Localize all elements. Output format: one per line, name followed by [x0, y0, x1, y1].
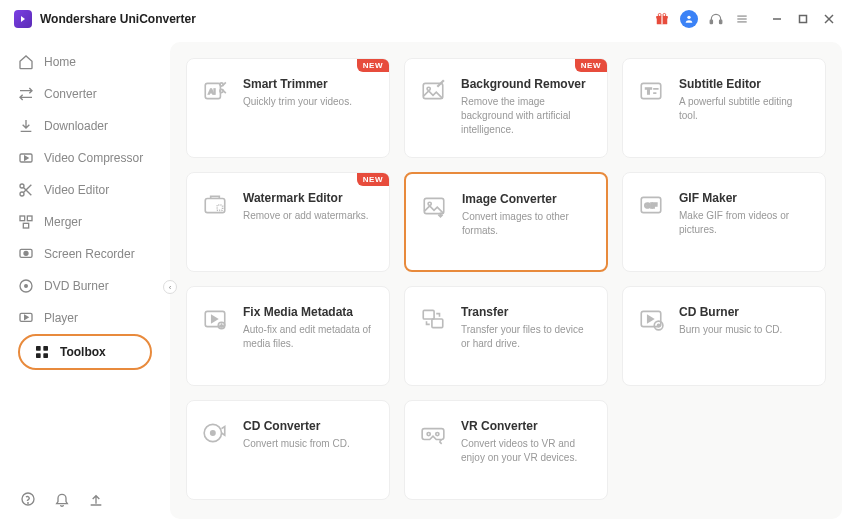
- upload-icon[interactable]: [88, 491, 104, 507]
- sidebar-item-label: Home: [44, 55, 76, 69]
- card-title: Background Remover: [461, 77, 593, 91]
- subtitle-editor-icon: T: [637, 77, 665, 105]
- home-icon: [18, 54, 34, 70]
- svg-rect-7: [720, 20, 722, 24]
- help-icon[interactable]: [20, 491, 36, 507]
- sidebar: Home Converter Downloader Video Compress…: [0, 38, 170, 527]
- sidebar-item-compressor[interactable]: Video Compressor: [0, 142, 170, 174]
- metadata-icon: [201, 305, 229, 333]
- close-button[interactable]: [822, 12, 836, 26]
- new-badge: NEW: [357, 173, 389, 186]
- card-title: CD Burner: [679, 305, 782, 319]
- titlebar: Wondershare UniConverter: [0, 0, 850, 38]
- new-badge: NEW: [575, 59, 607, 72]
- card-title: Watermark Editor: [243, 191, 369, 205]
- svg-text:AI: AI: [209, 87, 216, 96]
- svg-point-64: [427, 432, 430, 435]
- card-transfer[interactable]: Transfer Transfer your files to device o…: [404, 286, 608, 386]
- cd-burner-icon: [637, 305, 665, 333]
- card-background-remover[interactable]: NEW Background Remover Remove the image …: [404, 58, 608, 158]
- svg-text:GIF: GIF: [645, 201, 658, 210]
- gift-icon[interactable]: [654, 11, 670, 27]
- sidebar-collapse-button[interactable]: ‹: [163, 280, 177, 294]
- titlebar-actions: [654, 10, 836, 28]
- card-title: Smart Trimmer: [243, 77, 352, 91]
- sidebar-item-label: Converter: [44, 87, 97, 101]
- card-desc: Auto-fix and edit metadata of media file…: [243, 323, 375, 351]
- card-desc: Burn your music to CD.: [679, 323, 782, 337]
- card-title: GIF Maker: [679, 191, 811, 205]
- card-title: Image Converter: [462, 192, 592, 206]
- svg-rect-31: [43, 353, 48, 358]
- card-gif-maker[interactable]: GIF GIF Maker Make GIF from videos or pi…: [622, 172, 826, 272]
- svg-point-63: [211, 431, 215, 435]
- svg-point-61: [658, 324, 660, 326]
- card-desc: Make GIF from videos or pictures.: [679, 209, 811, 237]
- card-subtitle-editor[interactable]: T Subtitle Editor A powerful subtitle ed…: [622, 58, 826, 158]
- sidebar-item-recorder[interactable]: Screen Recorder: [0, 238, 170, 270]
- sidebar-item-label: Player: [44, 311, 78, 325]
- card-desc: Quickly trim your videos.: [243, 95, 352, 109]
- svg-point-33: [28, 503, 29, 504]
- card-desc: Convert music from CD.: [243, 437, 350, 451]
- vr-converter-icon: [419, 419, 447, 447]
- card-desc: A powerful subtitle editing tool.: [679, 95, 811, 123]
- svg-rect-48: [217, 205, 222, 210]
- card-desc: Remove the image background with artific…: [461, 95, 593, 137]
- card-cd-converter[interactable]: CD Converter Convert music from CD.: [186, 400, 390, 500]
- sidebar-item-home[interactable]: Home: [0, 46, 170, 78]
- svg-rect-29: [43, 346, 48, 351]
- sidebar-item-label: Merger: [44, 215, 82, 229]
- menu-icon[interactable]: [734, 11, 750, 27]
- card-title: Subtitle Editor: [679, 77, 811, 91]
- content-area: NEW AI Smart Trimmer Quickly trim your v…: [170, 42, 842, 519]
- merger-icon: [18, 214, 34, 230]
- card-desc: Remove or add watermarks.: [243, 209, 369, 223]
- sidebar-item-toolbox[interactable]: Toolbox: [18, 334, 152, 370]
- bell-icon[interactable]: [54, 491, 70, 507]
- card-title: Transfer: [461, 305, 593, 319]
- svg-point-26: [25, 285, 28, 288]
- sidebar-item-dvd[interactable]: DVD Burner: [0, 270, 170, 302]
- svg-rect-21: [27, 216, 32, 221]
- sidebar-item-player[interactable]: Player: [0, 302, 170, 334]
- background-remover-icon: [419, 77, 447, 105]
- card-vr-converter[interactable]: VR Converter Convert videos to VR and en…: [404, 400, 608, 500]
- svg-point-24: [24, 251, 28, 255]
- sidebar-bottom: [0, 479, 170, 519]
- window-controls: [770, 12, 836, 26]
- minimize-button[interactable]: [770, 12, 784, 26]
- card-watermark-editor[interactable]: NEW Watermark Editor Remove or add water…: [186, 172, 390, 272]
- image-converter-icon: [420, 192, 448, 220]
- card-cd-burner[interactable]: CD Burner Burn your music to CD.: [622, 286, 826, 386]
- card-image-converter[interactable]: Image Converter Convert images to other …: [404, 172, 608, 272]
- svg-point-17: [20, 192, 24, 196]
- svg-point-16: [20, 184, 24, 188]
- sidebar-item-editor[interactable]: Video Editor: [0, 174, 170, 206]
- card-smart-trimmer[interactable]: NEW AI Smart Trimmer Quickly trim your v…: [186, 58, 390, 158]
- converter-icon: [18, 86, 34, 102]
- scissors-icon: [18, 182, 34, 198]
- sidebar-item-label: Downloader: [44, 119, 108, 133]
- svg-text:T: T: [646, 85, 652, 96]
- user-avatar-icon[interactable]: [680, 10, 698, 28]
- headset-icon[interactable]: [708, 11, 724, 27]
- svg-point-5: [687, 16, 690, 19]
- sidebar-item-merger[interactable]: Merger: [0, 206, 170, 238]
- card-desc: Convert images to other formats.: [462, 210, 592, 238]
- svg-rect-28: [36, 346, 41, 351]
- download-icon: [18, 118, 34, 134]
- svg-rect-20: [20, 216, 25, 221]
- svg-point-65: [436, 432, 439, 435]
- app-title: Wondershare UniConverter: [40, 12, 196, 26]
- transfer-icon: [419, 305, 447, 333]
- sidebar-item-label: Screen Recorder: [44, 247, 135, 261]
- sidebar-item-converter[interactable]: Converter: [0, 78, 170, 110]
- recorder-icon: [18, 246, 34, 262]
- maximize-button[interactable]: [796, 12, 810, 26]
- sidebar-item-downloader[interactable]: Downloader: [0, 110, 170, 142]
- compressor-icon: [18, 150, 34, 166]
- card-fix-metadata[interactable]: Fix Media Metadata Auto-fix and edit met…: [186, 286, 390, 386]
- cd-converter-icon: [201, 419, 229, 447]
- card-desc: Transfer your files to device or hard dr…: [461, 323, 593, 351]
